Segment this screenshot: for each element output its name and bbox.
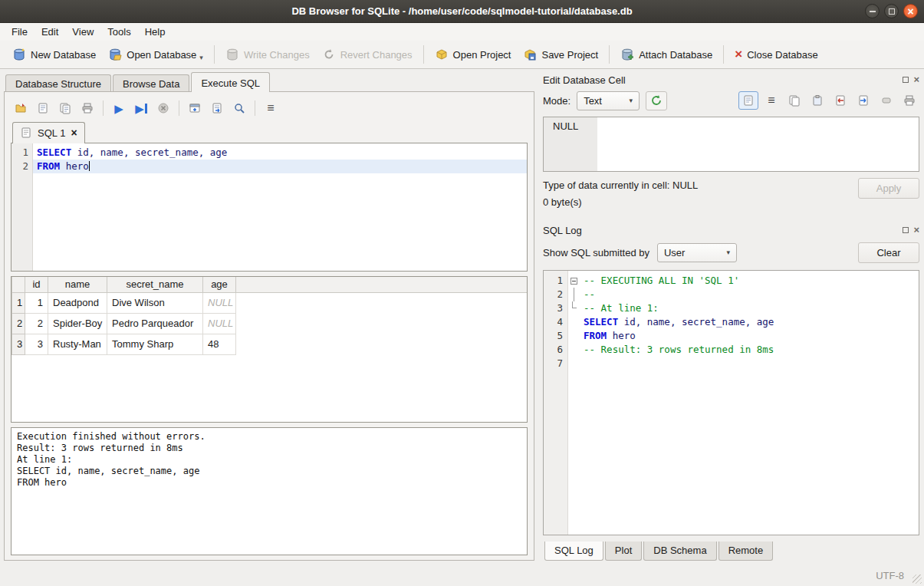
sql-tab[interactable]: SQL 1 × [12,122,85,143]
cell-id[interactable]: 2 [25,313,48,334]
close-dock-icon[interactable]: × [913,76,919,84]
column-header-secret-name[interactable]: secret_name [107,277,203,292]
print-cell-icon [903,94,916,107]
cell-secret-name[interactable]: Dive Wilson [107,292,203,313]
titlebar[interactable]: DB Browser for SQLite - /home/user/code/… [0,0,924,23]
dock-tab-sql-log[interactable]: SQL Log [544,542,603,561]
mode-combobox[interactable]: Text ▾ [577,91,640,110]
menubar: File Edit View Tools Help [0,23,924,41]
cell-name[interactable]: Rusty-Man [48,334,107,354]
main-toolbar: New Database Open Database ▾ Write Chang… [0,41,924,69]
attach-database-button[interactable]: Attach Database [614,44,718,65]
edit-cell-title: Edit Database Cell [543,74,903,86]
execute-current-line-button[interactable]: ▶ [131,99,151,117]
column-header-id[interactable]: id [25,277,48,292]
tab-browse-data[interactable]: Browse Data [113,74,189,92]
close-button[interactable]: × [903,4,918,18]
row-number[interactable]: 3 [12,334,25,354]
export-results-button[interactable] [207,99,227,117]
edit-cell-header: Edit Database Cell × [543,72,919,87]
sql-log-header: SQL Log × [543,222,919,238]
close-dock-icon[interactable]: × [913,226,919,234]
column-header-name[interactable]: name [48,277,107,292]
text-mode-icon [742,94,755,107]
copy-cell-button[interactable] [784,91,804,110]
minimize-button[interactable] [865,4,880,18]
menu-file[interactable]: File [5,24,35,40]
print-icon [81,102,94,114]
copy-cell-icon [788,94,801,107]
sql-log-view[interactable]: 1 2 3 4 5 6 7 -- EXECUTING ALL IN 'SQL 1… [543,270,919,535]
export-cell-button[interactable] [853,91,873,110]
log-line [580,357,919,370]
cell-id[interactable]: 3 [25,334,48,354]
editor-code[interactable]: SELECT id, name, secret_name, age FROM h… [33,143,527,271]
cell-age[interactable]: 48 [203,334,236,354]
cell-age[interactable]: NULL [203,313,236,334]
results-corner[interactable] [12,277,25,292]
cell-secret-name[interactable]: Pedro Parqueador [107,313,203,334]
toolbar-separator [103,100,104,116]
encoding-indicator[interactable]: UTF-8 [876,570,904,581]
save-sql-as-button[interactable] [55,99,75,117]
sql-editor[interactable]: 1 2 SELECT id, name, secret_name, age FR… [11,143,528,272]
dock-tab-remote[interactable]: Remote [718,542,774,561]
maximize-button[interactable] [884,4,899,18]
menu-help[interactable]: Help [138,24,173,40]
float-dock-icon[interactable] [903,227,909,233]
cell-age[interactable]: NULL [203,292,236,313]
log-code: -- EXECUTING ALL IN 'SQL 1' -- -- At lin… [580,271,919,535]
menu-tools[interactable]: Tools [100,24,137,40]
cell-name[interactable]: Deadpond [48,292,107,313]
find-replace-button[interactable] [229,99,249,117]
import-cell-button[interactable] [830,91,850,110]
text-cursor [89,161,90,171]
execution-message-area[interactable]: Execution finished without errors. Resul… [11,427,528,555]
apply-button: Apply [858,178,919,199]
dock-tab-plot[interactable]: Plot [605,542,642,561]
cell-name[interactable]: Spider-Boy [48,313,107,334]
paste-cell-button[interactable] [807,91,827,110]
open-project-button[interactable]: Open Project [429,44,518,65]
new-tab-button[interactable] [185,99,205,117]
word-wrap-cell-button[interactable]: ≡ [761,91,781,110]
open-sql-file-button[interactable] [11,99,31,117]
row-number[interactable]: 2 [12,313,25,334]
text-mode-button[interactable] [738,91,758,110]
execute-all-button[interactable]: ▶ [109,99,129,117]
new-database-button[interactable]: New Database [6,44,102,65]
open-database-button[interactable]: Open Database ▾ [102,44,209,65]
cell-value-editor[interactable]: NULL [543,117,919,172]
message-line: Execution finished without errors. [17,431,521,443]
close-database-icon: × [735,49,742,60]
open-sql-file-icon [15,102,27,114]
dock-tab-db-schema[interactable]: DB Schema [643,542,716,561]
tab-database-structure[interactable]: Database Structure [5,74,111,92]
cell-secret-name[interactable]: Tommy Sharp [107,334,203,354]
clear-log-button[interactable]: Clear [858,242,919,263]
float-dock-icon[interactable] [903,77,909,83]
tab-execute-sql[interactable]: Execute SQL [191,72,270,92]
menu-view[interactable]: View [65,24,100,40]
cell-id[interactable]: 1 [25,292,48,313]
sql-tab-close-icon[interactable]: × [71,129,77,137]
auto-switch-mode-button[interactable] [646,91,667,110]
sql-keyword: SELECT [37,146,71,158]
set-null-button[interactable] [876,91,896,110]
results-header-row: id name secret_name age [12,277,528,292]
save-project-button[interactable]: Save Project [517,44,604,65]
stop-icon [157,102,169,114]
log-filter-combobox[interactable]: User ▾ [657,243,737,262]
save-sql-file-button[interactable] [33,99,53,117]
close-database-button[interactable]: × Close Database [728,45,824,64]
fold-marker[interactable] [568,274,580,288]
write-changes-icon [225,48,239,61]
open-database-dropdown-icon[interactable]: ▾ [199,54,203,61]
save-sql-file-icon [37,102,49,114]
print-cell-button[interactable] [899,91,919,110]
row-number[interactable]: 1 [12,292,25,313]
word-wrap-button[interactable]: ≡ [261,99,281,117]
print-sql-button[interactable] [77,99,97,117]
menu-edit[interactable]: Edit [35,24,65,40]
column-header-age[interactable]: age [203,277,236,292]
